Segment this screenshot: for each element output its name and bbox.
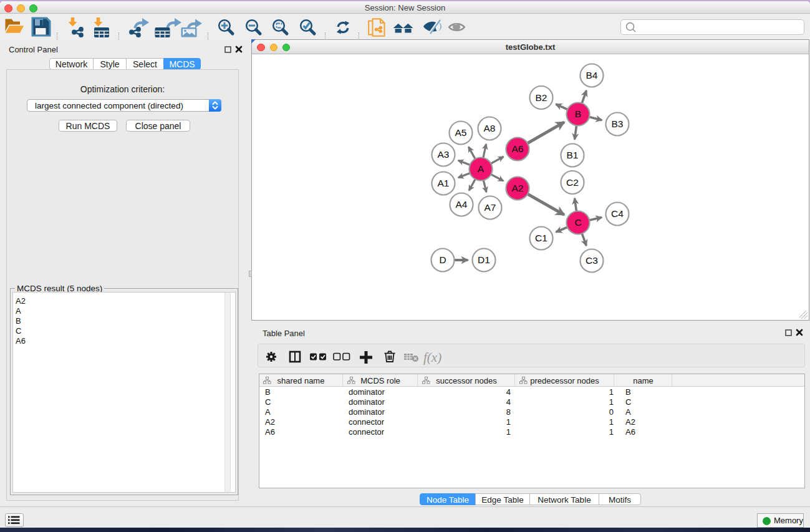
svg-text:A2: A2: [512, 183, 524, 193]
svg-text:A4: A4: [456, 199, 468, 210]
svg-text:C3: C3: [586, 255, 598, 266]
svg-text:C1: C1: [535, 233, 547, 243]
svg-text:A1: A1: [438, 178, 450, 188]
svg-text:A6: A6: [512, 143, 524, 154]
svg-text:f(x): f(x): [423, 350, 441, 365]
svg-text:A: A: [478, 163, 485, 174]
svg-text:C4: C4: [611, 208, 624, 219]
svg-text:C: C: [574, 217, 581, 228]
svg-text:B4: B4: [586, 70, 598, 80]
svg-text:A8: A8: [484, 123, 496, 133]
svg-text:B3: B3: [612, 118, 624, 129]
svg-text:B2: B2: [536, 92, 547, 103]
svg-text:A3: A3: [438, 149, 450, 160]
svg-text:D: D: [439, 254, 446, 265]
svg-text:C2: C2: [566, 177, 579, 188]
svg-text:B1: B1: [567, 150, 579, 160]
svg-text:D1: D1: [478, 254, 490, 265]
svg-text:A7: A7: [485, 202, 496, 213]
svg-text:B: B: [575, 109, 581, 119]
svg-text:A5: A5: [455, 127, 467, 138]
